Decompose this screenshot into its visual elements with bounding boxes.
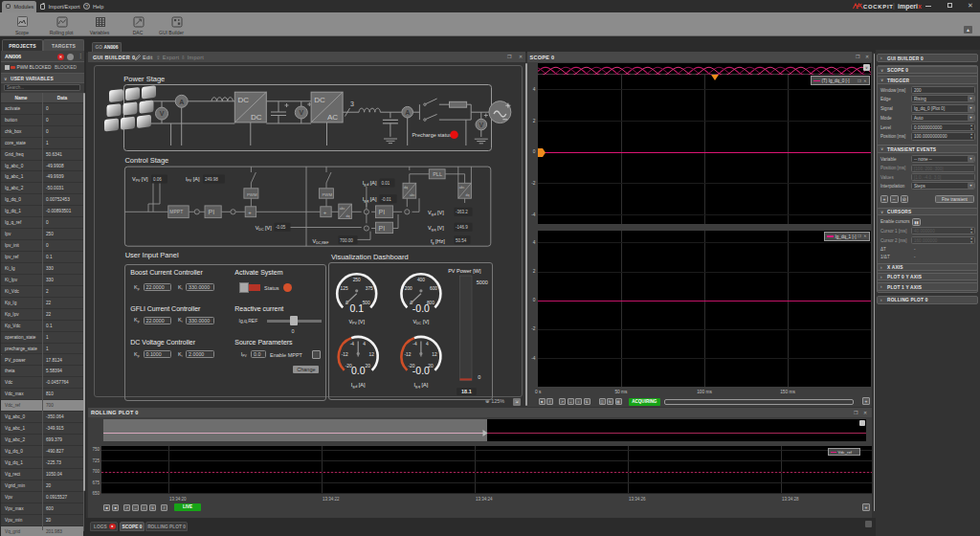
- svg-text:-4: -4: [349, 343, 354, 347]
- svg-text:375: 375: [366, 286, 373, 291]
- svg-text:V: V: [299, 109, 303, 116]
- svg-text:Ig,q [A]: Ig,q [A]: [363, 196, 377, 203]
- svg-text:12: 12: [368, 352, 374, 357]
- svg-text:20: 20: [365, 364, 370, 368]
- svg-text:A: A: [405, 109, 410, 116]
- svg-text:Vg,q [V]: Vg,q [V]: [428, 225, 444, 232]
- svg-text:V: V: [479, 122, 483, 128]
- svg-text:DC: DC: [238, 96, 250, 104]
- svg-text:250: 250: [352, 279, 360, 283]
- svg-text:3: 3: [350, 100, 354, 107]
- svg-text:700.00: 700.00: [340, 238, 353, 243]
- svg-text:5000: 5000: [476, 279, 487, 285]
- svg-text:Ig,q [A]: Ig,q [A]: [413, 382, 428, 389]
- svg-text:0.0: 0.0: [351, 366, 366, 377]
- svg-text:-0.05: -0.05: [276, 225, 286, 230]
- svg-text:dq: dq: [404, 186, 408, 190]
- svg-text:-363.2: -363.2: [456, 210, 468, 214]
- svg-text:-0.0: -0.0: [412, 366, 430, 377]
- svg-text:V: V: [160, 110, 165, 117]
- svg-text:-0.0: -0.0: [412, 302, 430, 314]
- svg-text:dq: dq: [346, 214, 350, 218]
- svg-text:VDC [V]: VDC [V]: [256, 225, 272, 232]
- svg-text:4: 4: [363, 343, 366, 347]
- svg-text:PLL: PLL: [433, 171, 442, 177]
- svg-text:-4: -4: [412, 343, 417, 347]
- svg-text:12: 12: [432, 352, 437, 357]
- svg-text:0.1: 0.1: [349, 302, 364, 314]
- svg-text:abc: abc: [410, 193, 415, 197]
- svg-text:-12: -12: [342, 352, 348, 357]
- svg-text:abc: abc: [340, 207, 345, 211]
- svg-text:400: 400: [417, 279, 425, 283]
- svg-text:VDC,REF: VDC,REF: [313, 238, 329, 245]
- svg-text:18.1: 18.1: [461, 389, 472, 394]
- svg-text:fg [Hz]: fg [Hz]: [431, 238, 445, 245]
- svg-text:125: 125: [340, 286, 347, 291]
- svg-text:Vg,d [V]: Vg,d [V]: [428, 210, 444, 216]
- svg-text:MPPT: MPPT: [169, 209, 183, 214]
- svg-text:dq: dq: [466, 193, 470, 197]
- svg-text:Precharge status: Precharge status: [412, 132, 452, 138]
- svg-text:0.01: 0.01: [382, 181, 390, 186]
- svg-text:Ig,d [A]: Ig,d [A]: [351, 382, 366, 389]
- svg-text:DC: DC: [314, 96, 325, 104]
- svg-text:-146.9: -146.9: [456, 225, 468, 230]
- svg-text:PV Power [W]: PV Power [W]: [448, 268, 481, 274]
- svg-text:PI: PI: [209, 209, 215, 215]
- svg-text:PI: PI: [379, 225, 386, 232]
- svg-text:0.06: 0.06: [153, 177, 162, 182]
- svg-text:VPV [V]: VPV [V]: [348, 319, 365, 325]
- svg-text:PI: PI: [379, 209, 386, 215]
- svg-text:600: 600: [430, 286, 437, 291]
- svg-text:Ig,d [A]: Ig,d [A]: [363, 180, 377, 187]
- svg-text:+: +: [323, 210, 327, 215]
- svg-text:0: 0: [478, 374, 480, 380]
- svg-text:PWM: PWM: [247, 192, 257, 197]
- svg-text:VPV [V]: VPV [V]: [132, 176, 148, 183]
- svg-text:A: A: [179, 99, 184, 105]
- svg-text:PWM: PWM: [323, 192, 333, 197]
- svg-text:50.54: 50.54: [456, 238, 467, 243]
- svg-text:AC: AC: [327, 113, 338, 122]
- svg-text:VDC [V]: VDC [V]: [412, 319, 429, 325]
- svg-text:abc: abc: [459, 186, 465, 190]
- svg-text:4: 4: [426, 343, 429, 347]
- svg-text:-0.01: -0.01: [382, 197, 392, 202]
- svg-text:249.98: 249.98: [205, 177, 218, 182]
- svg-text:+: +: [248, 210, 252, 215]
- svg-text:200: 200: [405, 286, 412, 291]
- svg-text:-12: -12: [404, 352, 411, 357]
- svg-text:IPV [A]: IPV [A]: [186, 176, 200, 183]
- svg-text:DC: DC: [251, 113, 262, 122]
